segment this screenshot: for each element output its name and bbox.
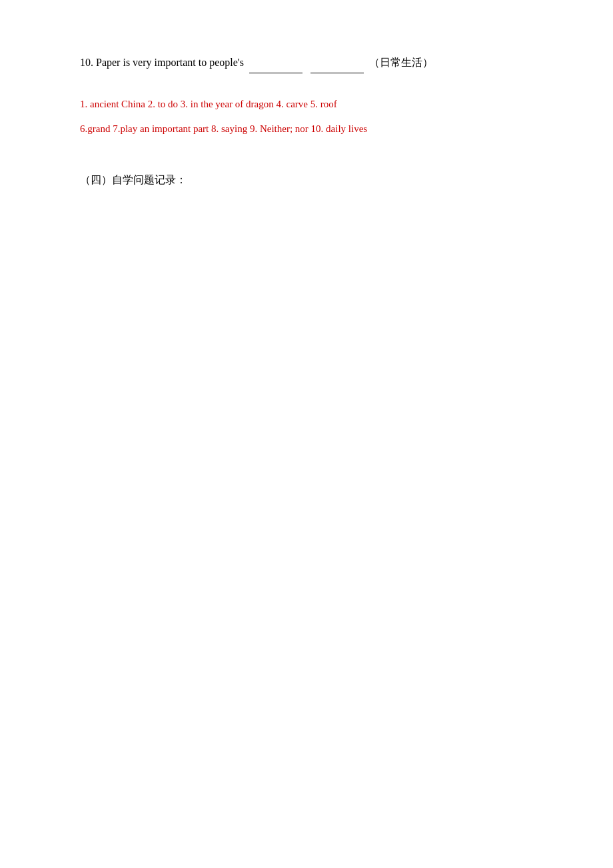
question-10: 10. Paper is very important to people's …: [80, 53, 533, 73]
answer-list: 1. ancient China 2. to do 3. in the year…: [80, 93, 533, 140]
section-four-label: （四）自学问题记录：: [80, 174, 187, 185]
answer-row-1: 1. ancient China 2. to do 3. in the year…: [80, 93, 533, 115]
section-four: （四）自学问题记录：: [80, 173, 533, 187]
chinese-hint: （日常生活）: [369, 57, 433, 68]
blank-1: [249, 53, 303, 73]
blank-2: [310, 53, 364, 73]
question-10-text: 10. Paper is very important to people's: [80, 57, 244, 68]
answer-row-2: 6.grand 7.play an important part 8. sayi…: [80, 118, 533, 140]
